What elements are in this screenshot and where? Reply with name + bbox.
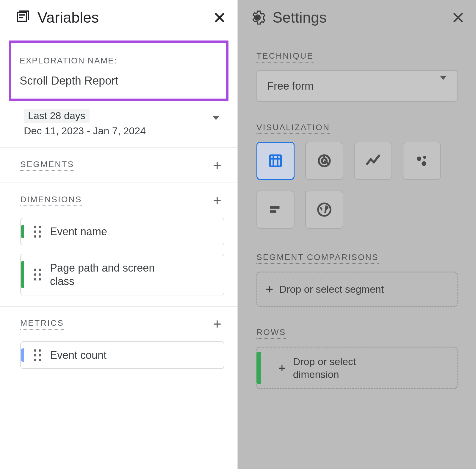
drag-handle-icon[interactable] — [32, 269, 43, 281]
segment-comparisons-label: SEGMENT COMPARISONS — [256, 253, 379, 264]
viz-option-donut[interactable] — [305, 142, 343, 180]
viz-option-geo[interactable] — [305, 191, 343, 229]
technique-label: TECHNIQUE — [256, 51, 314, 63]
chevron-down-icon — [212, 120, 220, 125]
plus-icon: + — [266, 283, 273, 296]
segment-dropzone[interactable]: + Drop or select segment — [256, 272, 458, 307]
add-metric-button[interactable]: + — [213, 317, 221, 331]
variables-panel: Variables EXPLORATION NAME: Scroll Depth… — [0, 0, 238, 469]
exploration-name-label: EXPLORATION NAME: — [20, 56, 218, 66]
svg-rect-3 — [270, 155, 281, 166]
segment-dropzone-text: Drop or select segment — [279, 283, 384, 295]
viz-option-bar[interactable] — [256, 191, 295, 229]
metric-pill[interactable]: Event count — [20, 341, 224, 369]
dimension-stripe — [21, 261, 24, 288]
chevron-down-icon — [440, 80, 447, 92]
plus-icon: + — [278, 362, 286, 375]
metric-stripe — [21, 348, 24, 362]
svg-point-11 — [318, 203, 331, 216]
close-variables-button[interactable] — [212, 10, 227, 25]
svg-rect-10 — [270, 210, 276, 213]
dimensions-label: DIMENSIONS — [20, 195, 82, 206]
drag-handle-icon[interactable] — [32, 349, 43, 361]
rows-label: ROWS — [256, 328, 286, 339]
exploration-name-value: Scroll Depth Report — [20, 74, 218, 87]
settings-title: Settings — [273, 9, 444, 26]
metrics-section-head: METRICS + — [0, 307, 237, 341]
technique-value: Free form — [267, 80, 314, 92]
svg-point-2 — [256, 15, 260, 20]
date-range-picker[interactable]: Last 28 days Dec 11, 2023 - Jan 7, 2024 — [0, 101, 237, 147]
rows-dropzone[interactable]: + Drop or select dimension — [256, 347, 458, 389]
svg-point-7 — [423, 156, 426, 159]
segments-label: SEGMENTS — [20, 160, 74, 171]
dimensions-section-head: DIMENSIONS + — [0, 183, 237, 218]
dimensions-list: Event name Page path and screen class — [0, 218, 237, 306]
rows-dropzone-text: Drop or select dimension — [293, 355, 394, 381]
svg-rect-9 — [270, 206, 280, 209]
date-preset-chip: Last 28 days — [24, 109, 90, 123]
visualization-options — [256, 142, 458, 229]
svg-point-8 — [422, 161, 426, 166]
dimension-stripe — [256, 352, 261, 384]
dimension-name: Page path and screen class — [50, 261, 175, 288]
segments-section-head: SEGMENTS + — [0, 148, 237, 183]
technique-select[interactable]: Free form — [256, 70, 458, 102]
dimension-name: Event name — [50, 225, 107, 238]
date-range-value: Dec 11, 2023 - Jan 7, 2024 — [24, 125, 209, 137]
viz-option-table[interactable] — [256, 142, 295, 180]
svg-point-6 — [417, 157, 421, 161]
dimension-pill[interactable]: Event name — [20, 218, 224, 245]
visualization-label: VISUALIZATION — [256, 123, 330, 134]
svg-rect-0 — [19, 14, 25, 15]
viz-option-scatter[interactable] — [403, 142, 441, 180]
settings-header: Settings — [238, 0, 476, 35]
dimension-stripe — [21, 225, 24, 238]
metrics-list: Event count — [0, 341, 237, 369]
svg-rect-1 — [19, 17, 23, 18]
add-dimension-button[interactable]: + — [213, 193, 221, 208]
viz-option-line[interactable] — [354, 142, 392, 180]
gear-icon — [250, 10, 265, 25]
dimension-pill[interactable]: Page path and screen class — [20, 254, 224, 295]
variables-header: Variables — [0, 0, 237, 35]
add-segment-button[interactable]: + — [213, 158, 221, 172]
close-settings-button[interactable] — [451, 10, 465, 25]
drag-handle-icon[interactable] — [32, 226, 43, 238]
metric-name: Event count — [50, 348, 107, 362]
exploration-name-field[interactable]: EXPLORATION NAME: Scroll Depth Report — [9, 40, 228, 101]
variables-icon — [15, 10, 30, 25]
settings-panel: Settings TECHNIQUE Free form VISUALIZATI… — [238, 0, 476, 469]
metrics-label: METRICS — [20, 318, 64, 330]
variables-title: Variables — [37, 9, 205, 26]
